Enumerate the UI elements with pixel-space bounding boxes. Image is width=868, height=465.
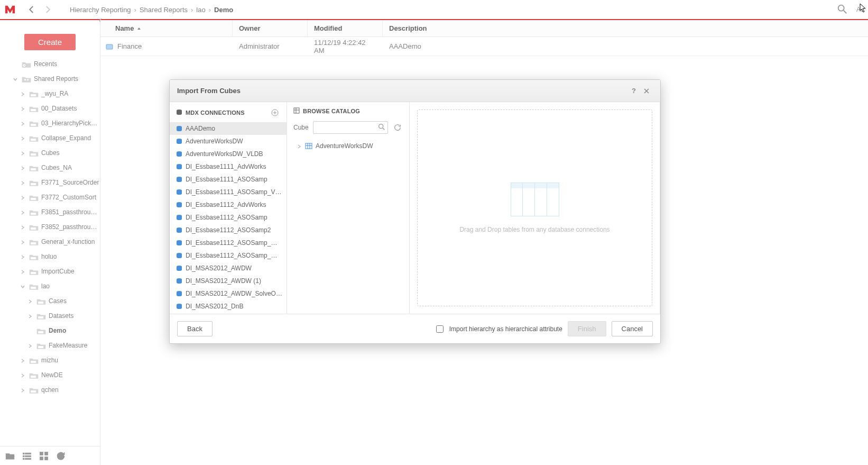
refresh-icon[interactable] <box>55 450 67 462</box>
sidebar-item-label: Shared Reports <box>34 75 78 83</box>
caret-icon[interactable] <box>20 150 25 156</box>
caret-icon[interactable] <box>20 91 25 96</box>
connection-row[interactable]: DI_Essbase1112_ASOSamp2 <box>170 224 287 236</box>
svg-rect-19 <box>38 316 43 318</box>
caret-icon[interactable] <box>13 76 18 81</box>
sidebar-item[interactable]: Demo <box>4 323 100 338</box>
connection-row[interactable]: DI_Essbase1112_ASOSamp_… <box>170 236 287 249</box>
table-row[interactable]: Finance Administrator 11/12/19 4:22:42 A… <box>100 37 868 56</box>
list-view-icon[interactable] <box>21 450 33 462</box>
sidebar-item[interactable]: Collapse_Expand <box>4 131 100 145</box>
sidebar-item[interactable]: 00_Datasets <box>4 101 100 116</box>
sidebar-item[interactable]: lao <box>4 279 100 294</box>
sidebar-item[interactable]: F3771_SourceOrder <box>4 175 100 190</box>
column-label: Name <box>115 24 134 32</box>
connection-row[interactable]: DI_MSAS2012_AWDW <box>170 262 287 275</box>
hierarchical-attribute-input[interactable] <box>436 325 444 333</box>
caret-icon[interactable] <box>20 372 25 378</box>
breadcrumb-segment[interactable]: lao <box>196 6 205 14</box>
sidebar-item[interactable]: Cubes_NA <box>4 160 100 175</box>
cancel-button[interactable]: Cancel <box>612 321 653 336</box>
sidebar-item[interactable]: mizhu <box>4 353 100 368</box>
sidebar-item[interactable]: F3772_CustomSort <box>4 190 100 205</box>
caret-icon[interactable] <box>20 165 25 170</box>
caret-icon[interactable] <box>20 387 25 393</box>
caret-icon[interactable] <box>20 121 25 126</box>
search-icon[interactable] <box>836 3 848 16</box>
database-icon <box>176 240 182 246</box>
breadcrumb-segment[interactable]: Hierarchy Reporting <box>70 6 131 14</box>
connection-row[interactable]: AdventureWorksDW <box>170 135 287 148</box>
sidebar-item[interactable]: Datasets <box>4 308 100 323</box>
search-icon[interactable] <box>377 123 386 133</box>
cube-search-input[interactable] <box>313 121 388 134</box>
caret-icon[interactable] <box>297 143 302 149</box>
caret-icon[interactable] <box>27 298 33 304</box>
svg-rect-15 <box>31 257 36 259</box>
connection-row[interactable]: DI_Essbase1111_AdvWorks <box>170 160 287 173</box>
close-icon[interactable] <box>640 85 653 97</box>
nav-forward-button[interactable] <box>40 2 55 17</box>
sidebar-item[interactable]: qchen <box>4 382 100 397</box>
connection-row[interactable]: DI_Essbase1111_ASOSamp_V… <box>170 186 287 198</box>
caret-icon[interactable] <box>20 239 25 244</box>
sidebar-item[interactable]: holuo <box>4 249 100 264</box>
caret-icon[interactable] <box>20 195 25 200</box>
back-button[interactable]: Back <box>177 321 213 336</box>
caret-icon[interactable] <box>20 284 25 289</box>
connection-row[interactable]: AdventureWorksDW_VLDB <box>170 148 287 160</box>
refresh-catalog-icon[interactable] <box>392 122 403 133</box>
connection-row[interactable]: DI_Essbase1112_ASOSamp_… <box>170 249 287 262</box>
sidebar-item[interactable]: 03_HierarchyPickList_VI_Filt <box>4 116 100 131</box>
browse-catalog-panel: BROWSE CATALOG Cube AdventureWorksDW <box>287 102 410 314</box>
database-icon <box>176 138 182 144</box>
connection-row[interactable]: DI_Essbase1111_ASOSamp <box>170 173 287 186</box>
help-icon[interactable]: ? <box>627 85 640 97</box>
column-header-description[interactable]: Description <box>383 20 868 37</box>
catalog-node[interactable]: AdventureWorksDW <box>291 140 405 152</box>
sidebar-item[interactable]: Cubes <box>4 145 100 160</box>
caret-icon[interactable] <box>20 135 25 141</box>
caret-icon[interactable] <box>20 180 25 185</box>
sidebar-item[interactable]: F3852_passthroughDM <box>4 220 100 234</box>
drop-zone[interactable]: Drag and Drop tables from any database c… <box>417 110 652 306</box>
nav-back-button[interactable] <box>24 2 39 17</box>
sidebar-item[interactable]: Cases <box>4 294 100 308</box>
grid-header: Name Owner Modified Description <box>100 20 868 37</box>
column-header-owner[interactable]: Owner <box>233 20 308 37</box>
breadcrumb-segment[interactable]: Shared Reports <box>140 6 188 14</box>
sidebar-item[interactable]: Shared Reports <box>4 71 100 86</box>
sidebar-item[interactable]: F3851_passthroughDE <box>4 205 100 220</box>
caret-icon[interactable] <box>20 358 25 363</box>
hierarchical-attribute-checkbox[interactable]: Import hierarchy as hierarchical attribu… <box>434 324 562 334</box>
connection-row[interactable]: DI_Essbase1112_ASOSamp <box>170 211 287 224</box>
connection-row[interactable]: DI_MSAS2012_DnB <box>170 300 287 313</box>
sidebar-item[interactable]: NewDE <box>4 368 100 382</box>
svg-rect-4 <box>31 94 36 96</box>
grid-view-icon[interactable] <box>38 450 50 462</box>
caret-icon[interactable] <box>20 209 25 215</box>
sidebar-item-label: Datasets <box>49 312 73 320</box>
connection-row[interactable]: DI_MSAS2012_AWDW (1) <box>170 275 287 287</box>
column-header-modified[interactable]: Modified <box>308 20 383 37</box>
svg-rect-29 <box>25 455 31 457</box>
column-header-name[interactable]: Name <box>100 20 233 37</box>
caret-icon[interactable] <box>20 254 25 259</box>
sidebar-item[interactable]: Recents <box>4 57 100 71</box>
new-folder-icon[interactable] <box>4 450 16 462</box>
connection-row[interactable]: DI_Essbase1112_AdvWorks <box>170 198 287 211</box>
caret-icon[interactable] <box>20 106 25 111</box>
caret-icon[interactable] <box>20 224 25 230</box>
caret-icon[interactable] <box>27 313 33 318</box>
add-connection-icon[interactable] <box>270 107 280 118</box>
sidebar-item[interactable]: FakeMeasure <box>4 338 100 353</box>
sidebar-item[interactable]: _wyu_RA <box>4 86 100 101</box>
connection-row[interactable]: AAADemo <box>170 122 287 135</box>
caret-icon[interactable] <box>20 269 25 274</box>
finish-button[interactable]: Finish <box>568 321 606 336</box>
sidebar-item[interactable]: ImportCube <box>4 264 100 279</box>
caret-icon[interactable] <box>27 343 33 348</box>
create-button[interactable]: Create <box>24 34 76 50</box>
sidebar-item[interactable]: General_x-function <box>4 234 100 249</box>
connection-row[interactable]: DI_MSAS2012_AWDW_SolveO… <box>170 287 287 300</box>
